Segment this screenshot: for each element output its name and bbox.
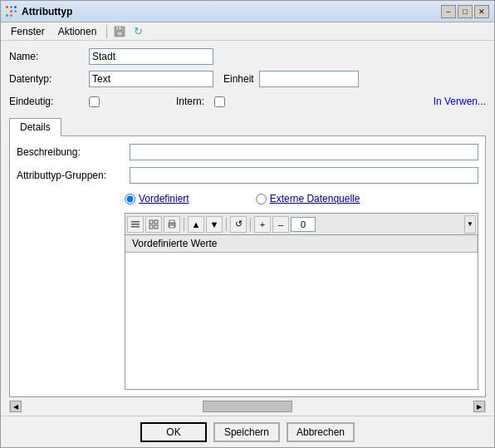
toolbar-separator [106, 25, 107, 38]
in-verwendung-link[interactable]: In Verwen... [434, 96, 486, 107]
svg-rect-7 [149, 220, 153, 224]
radio-vordefiniert-input[interactable] [125, 194, 135, 204]
title-bar-left: Attributtyp [6, 6, 72, 17]
tab-container: Details Beschreibung: Attributtyp-Gruppe… [9, 117, 486, 397]
tbl-btn-print[interactable] [164, 216, 180, 233]
tab-header: Details [9, 117, 486, 135]
svg-rect-6 [131, 226, 140, 228]
scroll-left-button[interactable]: ◀ [10, 401, 22, 412]
minimize-button[interactable]: – [441, 5, 456, 18]
menu-aktionen[interactable]: Aktionen [51, 24, 104, 39]
title-controls: – □ ✕ [441, 5, 489, 18]
main-window: Attributtyp – □ ✕ Fenster Aktionen ↻ Nam [0, 0, 495, 448]
grid-icon [149, 219, 159, 229]
maximize-button[interactable]: □ [458, 5, 473, 18]
intern-label: Intern: [176, 96, 209, 107]
button-bar: OK Speichern Abbrechen [1, 416, 494, 447]
tbl-btn-refresh[interactable]: ↺ [230, 216, 247, 233]
tbl-btn-up[interactable]: ▲ [188, 216, 204, 233]
radio-vordefiniert-label: Vordefiniert [139, 193, 189, 204]
refresh-icon: ↻ [134, 25, 143, 37]
svg-rect-8 [154, 220, 158, 224]
attributtyp-gruppen-row: Attributtyp-Gruppen: [17, 166, 478, 185]
name-input[interactable] [89, 48, 213, 65]
speichern-button[interactable]: Speichern [213, 422, 280, 442]
scroll-right-button[interactable]: ▶ [473, 401, 485, 412]
svg-rect-4 [131, 221, 140, 223]
eindeutig-label: Eindeutig: [9, 96, 84, 107]
table-toolbar: ▲ ▼ ↺ + – ▼ [125, 213, 478, 234]
tab-content-details: Beschreibung: Attributtyp-Gruppen: Vorde… [9, 135, 486, 397]
menu-fenster[interactable]: Fenster [4, 24, 51, 39]
refresh-toolbar-button[interactable]: ↻ [129, 23, 147, 40]
tbl-sep-2 [226, 218, 227, 231]
scroll-track[interactable] [22, 401, 473, 412]
eindeutig-row: Eindeutig: Intern: In Verwen... [9, 92, 486, 111]
svg-rect-5 [131, 224, 140, 225]
tbl-btn-grid[interactable] [145, 216, 162, 233]
tbl-btn-list[interactable] [127, 216, 144, 233]
window-title: Attributtyp [22, 6, 72, 17]
svg-rect-9 [149, 225, 153, 229]
tbl-sep-1 [184, 218, 184, 231]
radio-externe-label: Externe Datenquelle [270, 193, 360, 204]
tbl-btn-add[interactable]: + [254, 216, 271, 233]
table-header-row: Vordefinierte Werte [125, 235, 478, 253]
datentyp-label: Datentyp: [9, 73, 84, 85]
form-area: Name: Datentyp: Einheit Eindeutig: Inter… [1, 41, 494, 114]
name-label: Name: [9, 51, 84, 62]
svg-rect-13 [169, 225, 174, 228]
table-body[interactable] [125, 253, 478, 389]
einheit-label: Einheit [223, 73, 254, 85]
tbl-btn-down[interactable]: ▼ [206, 216, 223, 233]
horizontal-scrollbar[interactable]: ◀ ▶ [9, 401, 486, 412]
abbrechen-button[interactable]: Abbrechen [287, 422, 355, 442]
attributtyp-gruppen-label: Attributtyp-Gruppen: [17, 170, 125, 181]
svg-rect-3 [118, 27, 120, 29]
scroll-thumb[interactable] [203, 401, 293, 412]
beschreibung-label: Beschreibung: [17, 146, 125, 158]
tbl-scroll-btn[interactable]: ▼ [464, 215, 476, 234]
beschreibung-input[interactable] [130, 144, 478, 160]
radio-externe-input[interactable] [256, 194, 267, 204]
datentyp-row: Datentyp: Einheit [9, 70, 486, 88]
attributtyp-gruppen-input[interactable] [130, 167, 478, 184]
ok-button[interactable]: OK [140, 422, 207, 442]
svg-rect-10 [154, 225, 158, 229]
einheit-input[interactable] [259, 71, 359, 87]
title-bar: Attributtyp – □ ✕ [1, 1, 494, 22]
tab-details[interactable]: Details [9, 118, 61, 136]
tbl-sep-3 [250, 218, 251, 231]
eindeutig-checkbox[interactable] [89, 96, 100, 107]
intern-checkbox[interactable] [214, 96, 225, 107]
print-icon [167, 219, 177, 229]
svg-rect-2 [117, 32, 122, 36]
radio-section: Vordefiniert Externe Datenquelle [17, 190, 478, 208]
save-toolbar-button[interactable] [110, 23, 129, 40]
radio-externe[interactable]: Externe Datenquelle [256, 193, 360, 204]
datentyp-input[interactable] [89, 71, 213, 87]
beschreibung-row: Beschreibung: [17, 143, 478, 161]
tbl-number-input[interactable] [291, 217, 316, 232]
radio-vordefiniert[interactable]: Vordefiniert [125, 193, 189, 204]
svg-rect-12 [169, 220, 174, 223]
name-row: Name: [9, 47, 486, 66]
app-icon [6, 6, 17, 17]
save-icon [114, 26, 125, 37]
close-button[interactable]: ✕ [474, 5, 489, 18]
table-area: Vordefinierte Werte [125, 234, 478, 390]
menu-bar: Fenster Aktionen ↻ [1, 22, 494, 41]
list-icon [130, 219, 140, 229]
table-column-header: Vordefinierte Werte [125, 235, 478, 252]
tbl-btn-remove[interactable]: – [272, 216, 289, 233]
